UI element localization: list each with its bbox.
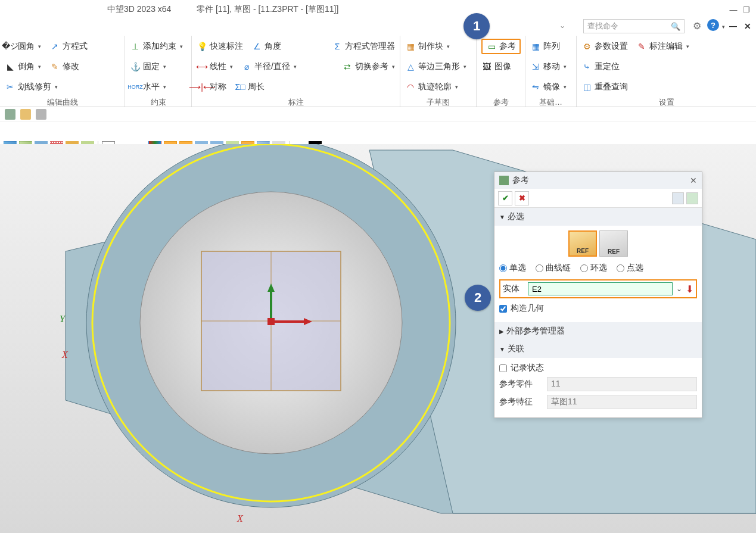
relocate-icon: ⤷ [581,61,592,72]
ribbon-group-reference: ▭参考 🖼图像 参考 [477,36,525,107]
search-icon[interactable]: 🔍 [671,22,680,31]
trace-contour-button[interactable]: ◠轨迹轮廓▾ [405,82,458,92]
radius-button[interactable]: ⌀半径/直径▾ [241,61,297,72]
linear-button[interactable]: ⟷线性▾ [197,61,233,72]
record-state-checkbox[interactable] [499,364,507,372]
section-extref-header[interactable]: ▶外部参考管理器 [494,322,702,340]
selection-mode-radios: 单选 曲线链 环选 点选 [499,263,697,273]
relocate-button[interactable]: ⤷重定位 [581,61,620,72]
equation-manager-button[interactable]: Σ方程式管理器 [332,41,395,52]
perimeter-button[interactable]: Σ□周长 [235,82,265,92]
add-constraint-button[interactable]: ⊥添加约束▾ [130,41,183,52]
ref-mode-2[interactable]: REF [599,230,628,257]
image-button[interactable]: 🖼图像 [481,61,511,72]
section-required-header[interactable]: ▼必选 [494,208,702,226]
ctx-tool-3[interactable] [36,109,46,120]
panel-close-icon[interactable]: ✕ [690,176,697,185]
help-dropdown-icon[interactable]: ▾ [722,24,725,30]
switch-ref-button[interactable]: ⇄切换参考▾ [342,61,395,72]
section-assoc-body: 记录状态 参考零件 11 参考特征 草图11 [494,358,702,417]
ref-feature-value: 草图11 [547,395,697,409]
reference-icon: ▭ [486,41,497,52]
triangle-icon: △ [405,61,416,72]
entity-label: 实体 [503,283,524,294]
fillet-button[interactable]: �ジ圆角▾ [5,41,41,52]
radio-single[interactable]: 单选 [499,263,526,273]
record-state-label: 记录状态 [511,363,544,373]
section-required-body: REF REF 单选 曲线链 环选 点选 实体 ⌄ ⬇ 构造几何 [494,226,702,322]
radio-point[interactable]: 点选 [617,263,643,273]
trim-icon: ✂ [5,82,15,92]
modify-icon: ✎ [49,61,60,72]
ctx-tool-1[interactable] [5,109,15,120]
group-label: 子草图 [405,95,471,108]
entity-dropdown-icon[interactable]: ⌄ [676,285,682,293]
command-search-input[interactable]: 查找命令 🔍 [583,19,685,33]
symmetric-icon: ⟶|⟵ [197,82,207,92]
construct-geom-checkbox[interactable] [499,305,507,313]
gear-icon[interactable]: ⚙ [693,20,701,32]
array-button[interactable]: ▦阵列 [530,41,560,52]
window-close-icon[interactable]: ✕ [744,21,751,31]
sigma-icon: Σ [332,41,343,52]
group-label: 设置 [581,95,751,108]
reference-button[interactable]: ▭参考 [481,39,521,54]
ribbon-group-subsketch: ▦制作块▾ △等边三角形▾ ◠轨迹轮廓▾ 子草图 [400,36,477,107]
section-assoc-header[interactable]: ▼关联 [494,340,702,358]
equation-icon: ↗ [49,41,60,52]
help-icon[interactable]: ? [707,19,719,31]
add-constraint-icon: ⊥ [130,41,141,52]
context-toolbar [0,107,756,121]
linear-icon: ⟷ [197,61,207,72]
restore-window-icon[interactable]: ❐ [742,5,751,14]
angle-button[interactable]: ∠角度 [251,41,281,52]
entity-input-row: 实体 ⌄ ⬇ [499,279,697,298]
symmetric-button[interactable]: ⟶|⟵对称 [197,82,226,92]
minimize-window-icon[interactable]: — [729,5,738,14]
equation-button[interactable]: ↗方程式 [49,41,88,52]
mirror-button[interactable]: ⇋镜像▾ [530,82,567,92]
panel-titlebar[interactable]: 参考 ✕ [494,172,702,189]
radio-loop[interactable]: 环选 [580,263,607,273]
ribbon-group-settings: ⚙参数设置 ✎标注编辑▾ ⤷重定位 ◫重叠查询 设置 [577,36,756,107]
entity-input[interactable] [528,282,673,295]
trim-button[interactable]: ✂划线修剪▾ [5,82,58,92]
radio-chain[interactable]: 曲线链 [536,263,571,273]
quick-dim-button[interactable]: 💡快速标注 [197,41,243,52]
overlap-query-button[interactable]: ◫重叠查询 [581,82,628,92]
move-icon: ⇲ [530,61,541,72]
x-axis-label-2: X [237,513,243,524]
angle-icon: ∠ [251,41,262,52]
ribbon-group-constraint: ⊥添加约束▾ ⚓固定▾ HORZ水平▾ 约束 [125,36,192,107]
fillet-icon: �ジ [5,41,15,52]
panel-opt-2[interactable] [686,192,698,204]
entity-pick-icon[interactable]: ⬇ [686,283,693,295]
group-label: 标注 [197,95,395,108]
radius-icon: ⌀ [241,61,252,72]
param-settings-button[interactable]: ⚙参数设置 [581,41,628,52]
modify-button[interactable]: ✎修改 [49,61,79,72]
x-axis-label: X [62,350,68,360]
make-block-button[interactable]: ▦制作块▾ [405,41,450,52]
fix-button[interactable]: ⚓固定▾ [130,61,166,72]
cancel-button[interactable]: ✖ [515,191,529,205]
trace-icon: ◠ [405,82,416,92]
ribbon-group-annotate: 💡快速标注 ∠角度 Σ方程式管理器 ⟷线性▾ ⌀半径/直径▾ ⇄切换参考▾ ⟶|… [192,36,400,107]
horizontal-button[interactable]: HORZ水平▾ [130,82,166,92]
move-button[interactable]: ⇲移动▾ [530,61,567,72]
ref-part-value: 11 [547,377,697,391]
group-label: 参考 [481,95,520,108]
window-minimize-icon[interactable]: — [729,21,737,30]
dim-edit-button[interactable]: ✎标注编辑▾ [636,41,689,52]
block-icon: ▦ [405,41,416,52]
ref-mode-1[interactable]: REF [568,230,597,257]
ctx-tool-2[interactable] [20,109,31,120]
panel-icon [499,176,509,185]
panel-opt-1[interactable] [672,192,684,204]
collapse-ribbon-icon[interactable]: ⌄ [559,21,565,30]
chamfer-button[interactable]: ◣倒角▾ [5,61,41,72]
ok-button[interactable]: ✔ [498,191,512,205]
equilateral-triangle-button[interactable]: △等边三角形▾ [405,61,466,72]
svg-rect-10 [267,318,275,325]
bulb-icon: 💡 [197,41,207,52]
